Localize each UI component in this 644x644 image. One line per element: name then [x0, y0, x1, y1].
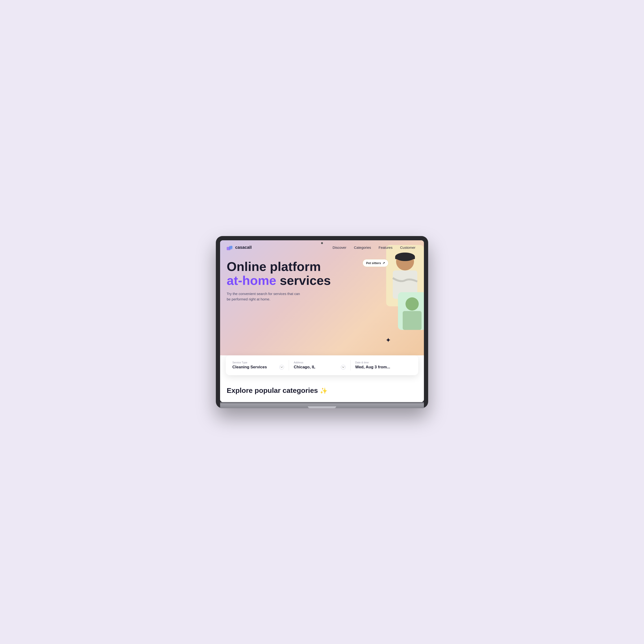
logo-text: casacall [235, 245, 252, 250]
nav-item-features[interactable]: Features [379, 245, 393, 250]
address-value: Chicago, IL [294, 365, 315, 370]
service-type-label: Service Type [232, 361, 284, 364]
hero-title-line2: services [280, 273, 331, 287]
datetime-value: Wed, Aug 3 from... [355, 365, 390, 370]
logo[interactable]: casacall [227, 245, 252, 250]
address-value-row: Chicago, IL [294, 365, 346, 370]
service-type-chevron[interactable] [279, 365, 284, 370]
laptop-base [220, 403, 424, 408]
star-icon: ✦ [386, 337, 391, 344]
hero-subtitle: Try the convenient search for services t… [227, 291, 302, 302]
datetime-field[interactable]: Date & time Wed, Aug 3 from... [355, 360, 412, 370]
datetime-label: Date & time [355, 361, 407, 364]
hero-title: Online platform at-home services [227, 260, 340, 288]
nav-item-discover[interactable]: Discover [333, 245, 346, 250]
nav-item-customer[interactable]: Customer [400, 245, 416, 250]
nav-item-categories[interactable]: Categories [354, 245, 371, 250]
chevron-down-icon-2 [342, 366, 345, 368]
laptop-container: casacall Discover Categories Features Cu… [216, 236, 428, 408]
bottom-section: Explore popular categories ✨ [220, 375, 424, 402]
pet-sitters-badge[interactable]: Pet sitters ↗ [363, 259, 389, 267]
hero-content: Online platform at-home services Try the… [220, 255, 424, 316]
search-card: Service Type Cleaning Services Address [226, 355, 418, 375]
nav-link-features[interactable]: Features [379, 245, 393, 249]
chevron-down-icon [280, 366, 283, 368]
search-bar-section: Service Type Cleaning Services Address [220, 355, 424, 375]
explore-title-text: Explore popular categories [227, 386, 318, 394]
laptop-screen: casacall Discover Categories Features Cu… [220, 240, 424, 402]
webcam-dot [321, 242, 323, 244]
service-type-value: Cleaning Services [232, 365, 267, 370]
service-type-value-row: Cleaning Services [232, 365, 284, 370]
nav-links: Discover Categories Features Customer [333, 245, 416, 250]
hero-title-line1: Online platform [227, 259, 321, 274]
pet-sitters-label: Pet sitters [366, 261, 381, 265]
star-decoration: ✦ [386, 336, 391, 344]
service-type-field[interactable]: Service Type Cleaning Services [232, 360, 289, 370]
sparkle-icon: ✨ [320, 387, 328, 394]
nav-link-customer[interactable]: Customer [400, 245, 416, 249]
address-chevron[interactable] [341, 365, 346, 370]
nav-link-discover[interactable]: Discover [333, 245, 346, 249]
laptop-hinge [220, 402, 424, 403]
logo-icon [227, 245, 233, 250]
datetime-value-row: Wed, Aug 3 from... [355, 365, 407, 370]
address-label: Address [294, 361, 346, 364]
hero-title-highlight: at-home [227, 273, 276, 287]
explore-title: Explore popular categories ✨ [227, 386, 417, 395]
nav-link-categories[interactable]: Categories [354, 245, 371, 249]
address-field[interactable]: Address Chicago, IL [294, 360, 350, 370]
pet-sitters-arrow: ↗ [383, 261, 385, 265]
svg-point-2 [230, 246, 232, 248]
hero-section: casacall Discover Categories Features Cu… [220, 240, 424, 363]
